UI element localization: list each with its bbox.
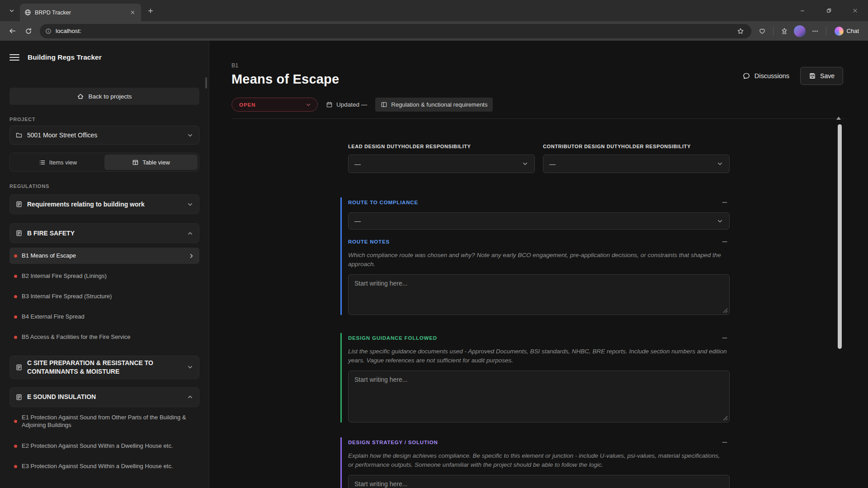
chevron-up-icon <box>187 230 193 237</box>
contributor-dutyholder-value: — <box>549 160 556 168</box>
route-compliance-select[interactable]: — <box>348 212 730 230</box>
route-notes-textarea[interactable] <box>348 274 730 315</box>
chat-label: Chat <box>847 28 859 34</box>
route-notes-textarea-wrap <box>348 274 730 315</box>
list-icon <box>39 159 46 166</box>
chevron-up-icon <box>187 394 193 400</box>
regulation-section-c-site-preparation[interactable]: C SITE PREPARATION & RESISTANCE TO CONTA… <box>9 356 199 379</box>
copilot-chat-button[interactable]: Chat <box>830 24 863 38</box>
item-label: B1 Means of Escape <box>22 252 184 260</box>
table-icon <box>132 159 139 166</box>
url-text[interactable]: localhost: <box>56 28 81 34</box>
tab-table-view[interactable]: Table view <box>104 155 198 170</box>
chevron-down-icon <box>187 132 193 139</box>
tab-close-icon[interactable] <box>128 9 137 17</box>
design-guidance-label: DESIGN GUIDANCE FOLLOWED <box>348 335 437 341</box>
status-dot-icon <box>14 445 17 448</box>
category-chip: Regulation & functional requirements <box>375 98 493 112</box>
document-icon <box>15 394 23 401</box>
menu-icon[interactable] <box>9 54 19 61</box>
status-dot-icon <box>14 254 17 258</box>
globe-icon <box>24 9 31 16</box>
save-button[interactable]: Save <box>800 67 843 85</box>
design-strategy-header: DESIGN STRATEGY / SOLUTION <box>348 437 730 447</box>
collapse-minus-icon[interactable] <box>720 237 730 247</box>
favorite-star-icon[interactable] <box>733 24 748 38</box>
refresh-icon[interactable] <box>21 23 36 39</box>
new-tab-button[interactable] <box>144 4 157 18</box>
address-bar[interactable]: localhost: <box>40 24 751 38</box>
header-actions: Discussions Save <box>737 67 843 85</box>
site-info-icon[interactable] <box>45 28 52 34</box>
design-strategy-label: DESIGN STRATEGY / SOLUTION <box>348 440 438 445</box>
favorites-bar-icon[interactable] <box>777 24 792 38</box>
lead-dutyholder-select[interactable]: — <box>348 155 535 173</box>
sidebar-item-e2[interactable]: E2 Protection Against Sound Within a Dwe… <box>9 438 199 455</box>
sidebar-item-b4[interactable]: B4 External Fire Spread <box>9 309 199 325</box>
window-minimize-button[interactable] <box>789 0 816 21</box>
project-name: 5001 Moor Street Offices <box>27 131 182 139</box>
status-select[interactable]: OPEN <box>231 98 318 112</box>
design-strategy-textarea-wrap <box>348 475 730 488</box>
back-to-projects-button[interactable]: Back to projects <box>9 88 199 105</box>
tab-items-view[interactable]: Items view <box>11 155 104 170</box>
regulation-section-e-sound-insulation[interactable]: E SOUND INSULATION <box>9 387 199 407</box>
tab-title: BRPD Tracker <box>35 9 125 16</box>
window-restore-button[interactable] <box>816 0 842 21</box>
sidebar-item-e1[interactable]: E1 Protection Against Sound from Other P… <box>9 411 199 432</box>
chat-bubble-icon <box>742 72 750 80</box>
regulation-section-requirements[interactable]: Requirements relating to building work <box>9 194 199 214</box>
collapse-minus-icon[interactable] <box>720 333 730 343</box>
route-compliance-label: ROUTE TO COMPLIANCE <box>348 200 418 205</box>
main-content: B1 Means of Escape Discussions Save OPEN <box>209 41 868 488</box>
item-label: B4 External Fire Spread <box>22 313 195 321</box>
contributor-dutyholder-field: CONTRIBUTOR DESIGN DUTYHOLDER RESPONSIBI… <box>543 144 730 173</box>
main-scrollbar[interactable] <box>838 124 842 349</box>
design-guidance-textarea[interactable] <box>348 371 730 422</box>
discussions-button[interactable]: Discussions <box>737 68 795 84</box>
design-guidance-group: DESIGN GUIDANCE FOLLOWED List the specif… <box>340 333 730 422</box>
chevron-down-icon <box>522 160 528 167</box>
contributor-dutyholder-select[interactable]: — <box>543 155 730 173</box>
sidebar-item-b3[interactable]: B3 Internal Fire Spread (Structure) <box>9 288 199 305</box>
sidebar-item-b2[interactable]: B2 Internal Fire Spread (Linings) <box>9 268 199 284</box>
tab-menu-chevron-icon[interactable] <box>5 4 19 18</box>
profile-avatar[interactable] <box>793 24 807 38</box>
sidebar-item-b5[interactable]: B5 Access & Facilities for the Fire Serv… <box>9 329 199 345</box>
chevron-right-icon <box>188 253 195 259</box>
lead-dutyholder-label: LEAD DESIGN DUTYHOLDER RESPONSIBILITY <box>348 144 535 149</box>
project-select[interactable]: 5001 Moor Street Offices <box>9 126 199 145</box>
lead-dutyholder-value: — <box>354 160 361 168</box>
updated-timestamp: Updated — <box>326 101 367 108</box>
discussions-label: Discussions <box>755 72 789 80</box>
settings-ellipsis-icon[interactable] <box>808 24 822 38</box>
toolbar-divider <box>773 27 774 36</box>
browser-tab-strip: BRPD Tracker <box>0 0 868 21</box>
app-title: Building Regs Tracker <box>28 53 102 61</box>
browser-tab[interactable]: BRPD Tracker <box>20 4 141 21</box>
document-icon <box>15 201 23 208</box>
collapse-minus-icon[interactable] <box>720 197 730 207</box>
design-strategy-group: DESIGN STRATEGY / SOLUTION Explain how t… <box>340 437 730 488</box>
chevron-down-icon <box>187 364 193 371</box>
status-dot-icon <box>14 336 17 339</box>
sidebar-item-e3[interactable]: E3 Protection Against Sound Within a Dwe… <box>9 459 199 475</box>
window-close-button[interactable] <box>842 0 868 21</box>
sidebar-scrollbar[interactable] <box>205 77 207 89</box>
sidebar-item-b1[interactable]: B1 Means of Escape <box>9 248 199 264</box>
collapse-minus-icon[interactable] <box>720 437 730 447</box>
contributor-dutyholder-label: CONTRIBUTOR DESIGN DUTYHOLDER RESPONSIBI… <box>543 144 730 149</box>
scrollbar-up-arrow[interactable] <box>836 117 841 120</box>
back-icon[interactable] <box>5 23 20 39</box>
lead-dutyholder-field: LEAD DESIGN DUTYHOLDER RESPONSIBILITY — <box>348 144 535 173</box>
sidebar-header: Building Regs Tracker <box>9 50 199 65</box>
design-strategy-textarea[interactable] <box>348 475 730 488</box>
item-label: E2 Protection Against Sound Within a Dwe… <box>22 442 195 450</box>
items-view-label: Items view <box>49 159 77 166</box>
regulation-section-b-fire-safety[interactable]: B FIRE SAFETY <box>9 223 199 243</box>
save-icon <box>809 72 816 80</box>
app-window: Building Regs Tracker Back to projects P… <box>0 41 868 488</box>
category-chip-label: Regulation & functional requirements <box>391 101 487 108</box>
avatar <box>794 25 806 37</box>
browser-essentials-icon[interactable] <box>755 24 769 38</box>
